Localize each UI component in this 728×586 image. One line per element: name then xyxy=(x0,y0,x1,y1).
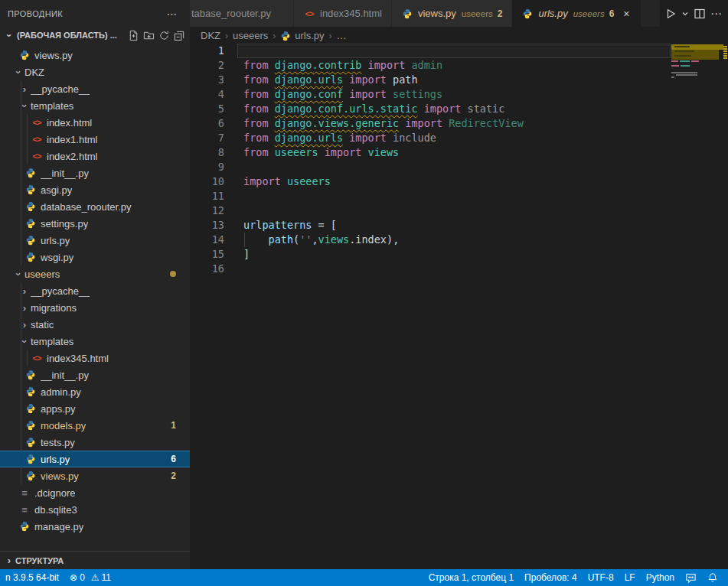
html-icon: <> xyxy=(303,8,315,20)
tab-views-py[interactable]: views.pyuseeers2 xyxy=(392,0,511,27)
split-editor-icon[interactable] xyxy=(694,8,706,20)
line-number: 16 xyxy=(190,262,224,276)
bell-icon[interactable] xyxy=(702,569,723,586)
code-line-10[interactable]: 10import useeers xyxy=(190,174,671,189)
tree-file-index1-html[interactable]: <>index1.html xyxy=(0,131,190,148)
problems-status[interactable]: ⊗ 0 ⚠ 11 xyxy=(64,569,116,586)
breadcrumb-item[interactable]: … xyxy=(337,30,347,41)
code-line-1[interactable]: 1 xyxy=(190,44,671,58)
tree-folder--pycache-[interactable]: ›__pycache__ xyxy=(0,80,190,97)
eol-status[interactable]: LF xyxy=(619,569,641,586)
tree-file-admin-py[interactable]: admin.py xyxy=(0,383,190,400)
code-line-4[interactable]: 4from django.conf import settings xyxy=(190,87,671,102)
tree-file-views-py[interactable]: views.py xyxy=(0,47,190,63)
html-icon: <> xyxy=(31,150,43,162)
warning-icon: ⚠ xyxy=(91,572,100,583)
tab-urls-py[interactable]: urls.pyuseeers6× xyxy=(512,0,640,27)
code-token: django.conf xyxy=(275,88,343,100)
code-line-12[interactable]: 12 xyxy=(190,203,671,218)
code-editor[interactable]: 12from django.contrib import admin3from … xyxy=(190,44,671,276)
overview-ruler[interactable] xyxy=(723,44,728,227)
tab-tabase-roouter-py[interactable]: tabase_roouter.py xyxy=(190,0,293,27)
more-actions-icon[interactable]: ⋯ xyxy=(710,7,722,21)
code-token: views xyxy=(318,233,350,246)
code-text xyxy=(224,262,243,276)
tree-file-tests-py[interactable]: tests.py xyxy=(0,434,190,451)
tree-file--dcignore[interactable]: ≡.dcignore xyxy=(0,484,190,501)
breadcrumb-separator-icon: › xyxy=(329,31,332,41)
language-mode-status[interactable]: Python xyxy=(641,569,680,586)
tree-file-index2-html[interactable]: <>index2.html xyxy=(0,148,190,164)
tree-file-db-sqlite3[interactable]: ≡db.sqlite3 xyxy=(0,501,190,518)
code-line-13[interactable]: 13urlpatterns = [ xyxy=(190,218,671,233)
minimap[interactable] xyxy=(671,44,723,90)
code-line-7[interactable]: 7from django.urls import include xyxy=(190,131,671,145)
editor-group: tabase_roouter.py<>index345.htmlviews.py… xyxy=(190,0,728,569)
tree-folder-useeers[interactable]: ›useeers xyxy=(0,265,190,282)
chevron-down-icon: › xyxy=(19,335,31,347)
tree-folder-templates[interactable]: ›templates xyxy=(0,333,190,350)
code-line-6[interactable]: 6from django.views.generic import Redire… xyxy=(190,116,671,131)
run-icon[interactable] xyxy=(664,8,677,20)
tree-file-asgi-py[interactable]: asgi.py xyxy=(0,181,190,198)
python-icon xyxy=(18,520,31,532)
tree-file-index-html[interactable]: <>index.html xyxy=(0,114,190,131)
python-icon xyxy=(24,251,37,263)
workspace-section-header[interactable]: › (РАБОЧАЯ ОБЛАСТЬ) ... xyxy=(0,27,190,44)
tree-file-index345-html[interactable]: <>index345.html xyxy=(0,350,190,366)
tree-folder-migrations[interactable]: ›migrations xyxy=(0,299,190,316)
indentation-status[interactable]: Пробелов: 4 xyxy=(519,569,583,586)
tree-file-urls-py[interactable]: urls.py xyxy=(0,232,190,249)
tree-file--init-py[interactable]: __init__.py xyxy=(0,366,190,383)
tree-file-urls-py[interactable]: urls.py6 xyxy=(0,451,190,467)
code-line-11[interactable]: 11 xyxy=(190,189,671,203)
code-line-15[interactable]: 15] xyxy=(190,247,671,262)
problems-badge: 6 xyxy=(171,454,176,464)
encoding-status[interactable]: UTF-8 xyxy=(583,569,619,586)
code-text xyxy=(224,160,243,174)
breadcrumb-item[interactable]: DKZ xyxy=(201,30,220,41)
code-line-8[interactable]: 8from useeers import views xyxy=(190,145,671,160)
new-file-icon[interactable] xyxy=(126,28,141,43)
tree-folder-static[interactable]: ›static xyxy=(0,316,190,333)
code-line-9[interactable]: 9 xyxy=(190,160,671,174)
tree-file--init-py[interactable]: __init__.py xyxy=(0,164,190,181)
code-line-2[interactable]: 2from django.contrib import admin xyxy=(190,58,671,73)
code-token: import xyxy=(418,103,468,115)
python-interpreter-status[interactable]: n 3.9.5 64-bit xyxy=(0,569,64,586)
tab-index345-html[interactable]: <>index345.html xyxy=(294,0,391,27)
tree-file-apps-py[interactable]: apps.py xyxy=(0,400,190,417)
python-icon xyxy=(18,49,31,61)
breadcrumb-item[interactable]: useeers xyxy=(233,30,268,41)
tree-file-models-py[interactable]: models.py1 xyxy=(0,417,190,434)
python-icon xyxy=(24,419,37,431)
tree-folder-dkz[interactable]: ›DKZ xyxy=(0,63,190,80)
code-line-16[interactable]: 16 xyxy=(190,262,671,276)
tree-file-views-py[interactable]: views.py2 xyxy=(0,467,190,484)
tree-item-label: admin.py xyxy=(41,386,81,398)
tree-file-wsgi-py[interactable]: wsgi.py xyxy=(0,249,190,265)
tree-file-settings-py[interactable]: settings.py xyxy=(0,215,190,232)
explorer-more-icon[interactable]: ⋯ xyxy=(162,8,182,20)
code-line-3[interactable]: 3from django.urls import path xyxy=(190,73,671,87)
collapse-all-icon[interactable] xyxy=(171,28,187,43)
tree-file-database-roouter-py[interactable]: database_roouter.py xyxy=(0,198,190,215)
feedback-icon[interactable] xyxy=(680,569,702,586)
tree-file-manage-py[interactable]: manage.py xyxy=(0,518,190,535)
cursor-position-status[interactable]: Строка 1, столбец 1 xyxy=(423,569,519,586)
close-icon[interactable]: × xyxy=(622,8,631,20)
code-line-14[interactable]: 14 path('',views.index), xyxy=(190,233,671,247)
refresh-icon[interactable] xyxy=(156,28,171,43)
outline-section-header[interactable]: › СТРУКТУРА xyxy=(0,551,190,569)
breadcrumb-item[interactable]: urls.py xyxy=(280,30,324,41)
tree-folder--pycache-[interactable]: ›__pycache__ xyxy=(0,282,190,299)
code-token: import xyxy=(343,132,393,144)
run-dropdown-icon[interactable] xyxy=(681,10,689,18)
tree-folder-templates[interactable]: ›templates xyxy=(0,97,190,114)
chevron-down-icon: › xyxy=(13,66,24,78)
warning-count: 11 xyxy=(102,572,111,583)
code-text xyxy=(224,44,243,58)
code-token: django.urls xyxy=(275,132,343,144)
code-line-5[interactable]: 5from django.conf.urls.static import sta… xyxy=(190,102,671,116)
new-folder-icon[interactable] xyxy=(141,28,156,43)
